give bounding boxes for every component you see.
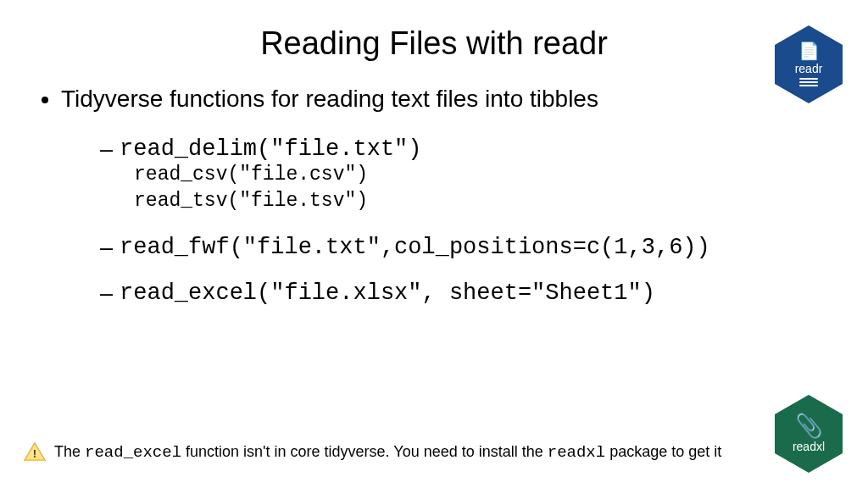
readr-hex-logo: 📄 readr (775, 25, 843, 103)
footer-fn1: read_excel (85, 443, 181, 462)
footer-note: ! The read_excel function isn't in core … (24, 442, 721, 463)
dash-icon: – (100, 280, 113, 307)
hex-shape: 📄 readr (775, 25, 843, 103)
slide-title: Reading Files with readr (260, 25, 608, 62)
list-item: – read_fwf("file.txt",col_positions=c(1,… (100, 233, 834, 260)
code-sub-line: read_csv("file.csv") (134, 162, 421, 188)
code-line: read_fwf("file.txt",col_positions=c(1,3,… (120, 235, 710, 260)
main-bullet: Tidyverse functions for reading text fil… (61, 86, 834, 113)
hex-shape: 📎 readxl (775, 395, 843, 473)
dash-icon: – (100, 235, 113, 261)
title-row: Reading Files with readr (34, 25, 834, 62)
code-line: read_delim("file.txt") (120, 136, 421, 162)
footer-text: The read_excel function isn't in core ti… (54, 443, 721, 462)
document-icon: 📄 (798, 42, 820, 59)
item-body: read_delim("file.txt") read_csv("file.cs… (120, 135, 421, 214)
main-bullet-list: Tidyverse functions for reading text fil… (37, 86, 834, 113)
dash-icon: – (100, 136, 113, 163)
list-item: – read_delim("file.txt") read_csv("file.… (100, 135, 834, 214)
function-list: – read_delim("file.txt") read_csv("file.… (100, 135, 834, 306)
readxl-hex-logo: 📎 readxl (775, 395, 843, 473)
readxl-label: readxl (793, 440, 825, 453)
list-item: – read_excel("file.xlsx", sheet="Sheet1"… (100, 279, 834, 306)
item-body: read_excel("file.xlsx", sheet="Sheet1") (120, 279, 655, 306)
code-sub-line: read_tsv("file.tsv") (134, 188, 421, 214)
warning-icon: ! (24, 442, 46, 463)
table-lines-icon (799, 78, 818, 86)
code-line: read_excel("file.xlsx", sheet="Sheet1") (120, 280, 655, 306)
footer-pre: The (54, 443, 85, 460)
footer-post: package to get it (605, 443, 721, 460)
slide: Reading Files with readr 📄 readr Tidyver… (0, 0, 868, 488)
readr-label: readr (795, 62, 823, 75)
footer-fn2: readxl (548, 443, 605, 462)
footer-mid: function isn't in core tidyverse. You ne… (181, 443, 548, 460)
item-body: read_fwf("file.txt",col_positions=c(1,3,… (120, 233, 710, 260)
paperclip-icon: 📎 (795, 414, 822, 437)
